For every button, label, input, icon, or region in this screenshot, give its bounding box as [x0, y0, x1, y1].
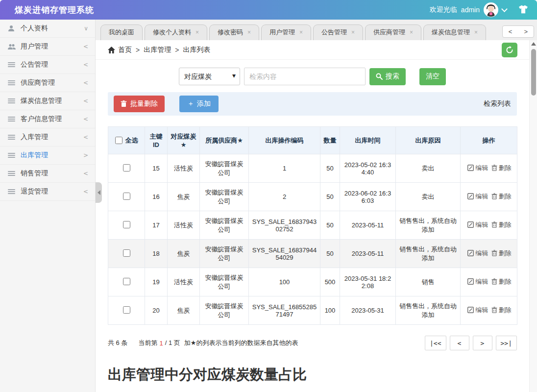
sidebar-item-customer-info[interactable]: 客户信息管理 — [0, 110, 95, 128]
plus-icon: ＋ — [187, 99, 194, 108]
list-icon — [8, 170, 17, 177]
select-all-checkbox[interactable] — [115, 137, 122, 144]
edit-icon — [467, 250, 474, 256]
list-icon — [8, 79, 17, 86]
row-checkbox[interactable] — [123, 193, 130, 200]
search-button[interactable]: 搜索 — [369, 68, 406, 85]
tab-announcement-management[interactable]: 公告管理× — [313, 24, 363, 40]
list-hint-label: 检索列表 — [484, 99, 511, 108]
tab-change-password[interactable]: 修改密码× — [209, 24, 259, 40]
breadcrumb-home[interactable]: 首页 — [118, 46, 132, 54]
trash-icon — [491, 278, 497, 285]
close-icon[interactable]: × — [351, 29, 355, 36]
edit-link[interactable]: 编辑 — [466, 193, 488, 200]
user-icon — [8, 25, 17, 32]
batch-delete-button[interactable]: 批量删除 — [114, 96, 165, 112]
edit-link[interactable]: 编辑 — [466, 221, 488, 228]
delete-link[interactable]: 删除 — [490, 306, 512, 314]
row-checkbox[interactable] — [123, 221, 130, 228]
close-icon[interactable]: × — [247, 29, 251, 36]
tab-my-desktop[interactable]: 我的桌面 — [100, 24, 143, 40]
scrollbar-thumb[interactable] — [531, 49, 536, 96]
list-icon — [8, 61, 17, 68]
edit-link[interactable]: 编辑 — [466, 249, 488, 257]
refresh-icon — [506, 46, 513, 54]
last-page-button[interactable]: >>| — [496, 336, 517, 350]
sidebar-item-outbound[interactable]: 出库管理 — [0, 147, 95, 165]
filter-select[interactable]: 对应煤炭 — [179, 68, 240, 85]
row-checkbox[interactable] — [123, 249, 130, 257]
tab-edit-profile[interactable]: 修改个人资料× — [145, 24, 207, 40]
tab-scroll-left-icon[interactable]: < — [503, 26, 518, 37]
avatar[interactable] — [484, 2, 498, 17]
list-icon — [8, 116, 17, 122]
select-all: 全选 — [111, 136, 142, 145]
sidebar-item-users[interactable]: 用户管理 — [0, 38, 95, 56]
sidebar-item-coal-info[interactable]: 煤炭信息管理 — [0, 92, 95, 110]
sidebar-item-announcements[interactable]: 公告管理 — [0, 56, 95, 74]
content: 首页 > 出库管理 > 出库列表 对应煤炭 — [96, 40, 529, 392]
tab-coal-info-management[interactable]: 煤炭信息管理× — [423, 24, 486, 40]
tab-supplier-management[interactable]: 供应商管理× — [365, 24, 421, 40]
edit-link[interactable]: 编辑 — [466, 306, 488, 314]
list-icon — [8, 134, 17, 141]
trash-icon — [491, 221, 497, 228]
header-reason: 出库原因 — [396, 127, 461, 154]
breadcrumb-level1[interactable]: 出库管理 — [144, 46, 171, 54]
home-icon — [108, 47, 115, 53]
chevron-left-icon — [83, 43, 88, 50]
delete-link[interactable]: 删除 — [490, 221, 512, 228]
user-menu-chevron-icon[interactable] — [501, 6, 508, 12]
scroll-up-arrow-icon[interactable] — [531, 42, 536, 46]
toolbar-panel: 批量删除 ＋ 添加 检索列表 — [108, 92, 517, 116]
prev-page-button[interactable]: < — [450, 336, 469, 350]
sidebar-item-returns[interactable]: 退货管理 — [0, 183, 95, 201]
header-coal: 对应煤炭 ★ — [168, 127, 200, 154]
sidebar-item-inbound[interactable]: 入库管理 — [0, 128, 95, 147]
delete-link[interactable]: 删除 — [490, 193, 512, 200]
breadcrumb-level2[interactable]: 出库列表 — [183, 46, 210, 54]
theme-tshirt-icon[interactable] — [518, 5, 528, 15]
list-icon — [8, 152, 17, 159]
search-row: 对应煤炭 搜索 清空 — [96, 68, 529, 85]
table-header-row: 全选 主键ID 对应煤炭 ★ 所属供应商★ 出库操作编码 数量 出库时间 出库原… — [108, 127, 517, 154]
sidebar-item-profile[interactable]: 个人资料 — [0, 20, 95, 38]
table-row: 19 活性炭 安徽皖晋煤炭公司 100 500 2023-05-31 18:22… — [108, 268, 517, 296]
sidebar-collapse-handle[interactable] — [96, 182, 102, 203]
row-checkbox[interactable] — [123, 164, 130, 172]
clear-button[interactable]: 清空 — [419, 68, 446, 85]
row-checkbox[interactable] — [123, 278, 130, 285]
list-icon — [8, 188, 17, 195]
outbound-table: 全选 主键ID 对应煤炭 ★ 所属供应商★ 出库操作编码 数量 出库时间 出库原… — [108, 126, 517, 325]
star-note: 加★的列表示当前列的数据来自其他的表 — [184, 339, 298, 347]
delete-link[interactable]: 删除 — [490, 164, 512, 172]
edit-icon — [467, 221, 474, 228]
chevron-left-icon — [83, 98, 88, 104]
header-qty: 数量 — [320, 127, 340, 154]
chevron-right-icon — [83, 152, 88, 159]
trash-icon — [121, 100, 127, 107]
delete-link[interactable]: 删除 — [490, 249, 512, 257]
search-input[interactable] — [244, 68, 366, 85]
sidebar-item-sales[interactable]: 销售管理 — [0, 165, 95, 183]
tab-scroll-right-icon[interactable]: > — [518, 26, 534, 37]
current-page-number: 1 — [159, 340, 163, 347]
avatar-image — [484, 3, 498, 17]
close-icon[interactable]: × — [474, 29, 478, 36]
refresh-button[interactable] — [502, 43, 517, 57]
close-icon[interactable]: × — [299, 29, 303, 36]
delete-link[interactable]: 删除 — [490, 278, 512, 285]
first-page-button[interactable]: |<< — [425, 336, 446, 350]
search-icon — [376, 73, 383, 80]
row-checkbox[interactable] — [123, 306, 130, 314]
edit-link[interactable]: 编辑 — [466, 164, 488, 172]
close-icon[interactable]: × — [195, 29, 199, 36]
next-page-button[interactable]: > — [473, 336, 492, 350]
add-button[interactable]: ＋ 添加 — [179, 96, 219, 112]
sidebar-item-suppliers[interactable]: 供应商管理 — [0, 74, 95, 92]
chevron-down-icon — [84, 25, 88, 32]
close-icon[interactable]: × — [410, 29, 413, 36]
edit-link[interactable]: 编辑 — [466, 278, 488, 285]
tab-user-management[interactable]: 用户管理× — [261, 24, 311, 40]
table-row: 17 活性炭 安徽皖晋煤炭公司 SYS_SALE_1683794302752 5… — [108, 211, 517, 240]
